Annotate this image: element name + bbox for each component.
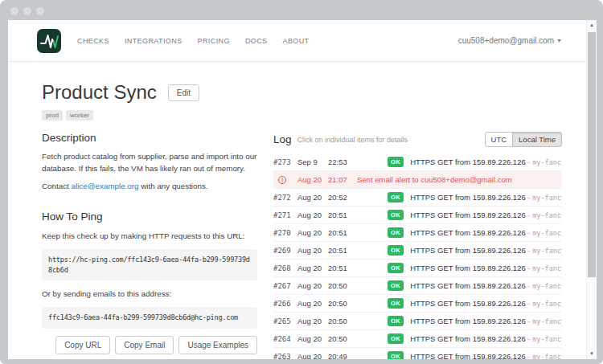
contact-line: Contact alice@example.org with any quest… bbox=[42, 181, 257, 193]
ok-badge: OK bbox=[388, 298, 404, 309]
log-row[interactable]: #273Sep 922:53OKHTTPS GET from 159.89.22… bbox=[273, 153, 562, 171]
log-row-id-cell: ! bbox=[273, 176, 297, 184]
account-email: cuu508+demo@gmail.com bbox=[458, 36, 554, 45]
ping-email-code[interactable]: ffc143c9-6aea-44fa-b299-599739d8cb6d@hc-… bbox=[42, 307, 257, 329]
log-row-time: 21:07 bbox=[328, 175, 352, 184]
log-row-date: Aug 20 bbox=[297, 352, 328, 359]
log-row-time: 20:50 bbox=[328, 317, 352, 325]
description-body: Fetch product catalog from supplier, par… bbox=[42, 151, 257, 174]
edit-button[interactable]: Edit bbox=[168, 84, 199, 101]
scroll-up-icon[interactable]: ▲ bbox=[587, 20, 597, 31]
window-dot[interactable] bbox=[36, 7, 44, 15]
log-row-message: HTTPS GET from 159.89.226.126 - my-fancy… bbox=[410, 352, 562, 359]
log-row-date: Aug 20 bbox=[297, 334, 328, 343]
local-time-button[interactable]: Local Time bbox=[512, 132, 562, 147]
log-row[interactable]: #267Aug 2020:50OKHTTPS GET from 159.89.2… bbox=[273, 277, 562, 295]
ok-badge: OK bbox=[388, 157, 404, 167]
log-header: Log Click on individual items for detail… bbox=[273, 132, 562, 147]
tag-badge: worker bbox=[66, 110, 93, 121]
log-row[interactable]: #268Aug 2020:51OKHTTPS GET from 159.89.2… bbox=[273, 260, 562, 277]
utc-button[interactable]: UTC bbox=[485, 132, 514, 147]
log-row-id: #263 bbox=[273, 353, 297, 360]
healthchecks-logo-icon[interactable] bbox=[37, 29, 61, 53]
log-row-message: HTTPS GET from 159.89.226.126 - my-fancy… bbox=[410, 334, 562, 343]
log-row-alert-message: Sent email alert to cuu508+demo@gmail.co… bbox=[357, 175, 512, 184]
log-row-id: #272 bbox=[273, 194, 297, 202]
log-row-date: Aug 20 bbox=[297, 317, 328, 325]
nav-item-about[interactable]: ABOUT bbox=[282, 37, 309, 45]
log-row-time: 20:51 bbox=[328, 228, 352, 237]
page: CHECKS INTEGRATIONS PRICING DOCS ABOUT c… bbox=[8, 20, 597, 359]
tag-list: prod worker bbox=[42, 110, 586, 121]
how-to-ping-section: How To Ping Keep this check up by making… bbox=[42, 211, 257, 354]
log-row-date: Aug 20 bbox=[297, 193, 328, 202]
usage-examples-button[interactable]: Usage Examples bbox=[178, 336, 257, 354]
nav-links: CHECKS INTEGRATIONS PRICING DOCS ABOUT bbox=[77, 37, 325, 45]
log-row[interactable]: #266Aug 2020:50OKHTTPS GET from 159.89.2… bbox=[273, 295, 562, 313]
log-rows: #273Sep 922:53OKHTTPS GET from 159.89.22… bbox=[273, 153, 562, 359]
log-row[interactable]: !Aug 2021:07Sent email alert to cuu508+d… bbox=[273, 171, 562, 189]
ok-badge: OK bbox=[388, 280, 404, 291]
scrollbar-thumb[interactable] bbox=[588, 32, 596, 277]
ok-badge: OK bbox=[388, 263, 404, 273]
window-controls[interactable] bbox=[10, 7, 44, 15]
log-row-message: HTTPS GET from 159.89.226.126 - my-fancy… bbox=[410, 299, 562, 308]
alert-icon: ! bbox=[278, 176, 286, 184]
copy-url-button[interactable]: Copy URL bbox=[55, 336, 110, 354]
window-dot[interactable] bbox=[23, 7, 31, 15]
log-row-date: Aug 20 bbox=[297, 264, 328, 272]
log-row-time: 22:53 bbox=[328, 157, 352, 166]
log-row[interactable]: #265Aug 2020:50OKHTTPS GET from 159.89.2… bbox=[273, 313, 562, 330]
log-row-message: HTTPS GET from 159.89.226.126 - my-fancy… bbox=[410, 211, 562, 219]
nav-item-checks[interactable]: CHECKS bbox=[77, 37, 109, 45]
log-row-time: 20:52 bbox=[328, 193, 352, 202]
log-row[interactable]: #269Aug 2020:51OKHTTPS GET from 159.89.2… bbox=[273, 242, 562, 260]
log-row-id: #264 bbox=[273, 335, 297, 343]
page-title: Product Sync bbox=[42, 81, 157, 104]
ping-url-label: Keep this check up by making HTTP reques… bbox=[42, 231, 257, 243]
scrollbar[interactable]: ▲ ▼ bbox=[586, 20, 597, 359]
log-row-date: Aug 20 bbox=[297, 299, 328, 308]
log-row-date: Aug 20 bbox=[297, 246, 328, 255]
log-row-time: 20:50 bbox=[328, 299, 352, 308]
timezone-toggle: UTC Local Time bbox=[485, 132, 562, 147]
log-row-message: HTTPS GET from 159.89.226.126 - my-fancy… bbox=[410, 246, 562, 255]
ok-badge: OK bbox=[388, 351, 404, 359]
log-row-date: Aug 20 bbox=[297, 175, 328, 184]
ping-url-code[interactable]: https://hc-ping.com/ffc143c9-6aea-44fa-b… bbox=[42, 249, 257, 281]
nav-item-docs[interactable]: DOCS bbox=[245, 37, 268, 45]
log-row-message: HTTPS GET from 159.89.226.126 - my-fancy… bbox=[410, 281, 562, 290]
contact-email-link[interactable]: alice@example.org bbox=[72, 182, 139, 190]
details-column: Description Fetch product catalog from s… bbox=[42, 132, 257, 359]
scroll-down-icon[interactable]: ▼ bbox=[587, 349, 597, 359]
ping-email-label: Or by sending emails to this address: bbox=[42, 288, 257, 301]
log-row-date: Sep 9 bbox=[297, 157, 328, 166]
log-row-date: Aug 20 bbox=[297, 281, 328, 290]
log-row[interactable]: #270Aug 2020:51OKHTTPS GET from 159.89.2… bbox=[273, 224, 562, 242]
log-row-date: Aug 20 bbox=[297, 228, 328, 237]
log-row-message: HTTPS GET from 159.89.226.126 - my-fancy… bbox=[410, 264, 562, 272]
account-menu[interactable]: cuu508+demo@gmail.com▼ bbox=[458, 36, 562, 45]
log-row[interactable]: #263Aug 2020:49OKHTTPS GET from 159.89.2… bbox=[273, 348, 562, 359]
nav-item-pricing[interactable]: PRICING bbox=[198, 37, 230, 45]
log-column: Log Click on individual items for detail… bbox=[273, 132, 586, 359]
log-row-id: #270 bbox=[273, 229, 297, 237]
ok-badge: OK bbox=[388, 316, 404, 326]
log-row-time: 20:51 bbox=[328, 211, 352, 219]
window-dot[interactable] bbox=[10, 7, 18, 15]
log-row[interactable]: #271Aug 2020:51OKHTTPS GET from 159.89.2… bbox=[273, 207, 562, 224]
ok-badge: OK bbox=[388, 210, 404, 220]
log-subheading: Click on individual items for details bbox=[297, 136, 408, 144]
nav-item-integrations[interactable]: INTEGRATIONS bbox=[125, 37, 183, 45]
log-row-time: 20:51 bbox=[328, 246, 352, 255]
log-row-id: #266 bbox=[273, 300, 297, 308]
log-row-message: HTTPS GET from 159.89.226.126 - my-fancy… bbox=[410, 317, 562, 325]
tag-badge: prod bbox=[42, 110, 63, 121]
log-row[interactable]: #264Aug 2020:50OKHTTPS GET from 159.89.2… bbox=[273, 330, 562, 348]
log-row-time: 20:51 bbox=[328, 264, 352, 272]
log-row[interactable]: #272Aug 2020:52OKHTTPS GET from 159.89.2… bbox=[273, 189, 562, 207]
log-row-id: #269 bbox=[273, 247, 297, 255]
log-row-time: 20:50 bbox=[328, 281, 352, 290]
copy-email-button[interactable]: Copy Email bbox=[115, 336, 174, 354]
how-to-ping-heading: How To Ping bbox=[42, 211, 257, 223]
